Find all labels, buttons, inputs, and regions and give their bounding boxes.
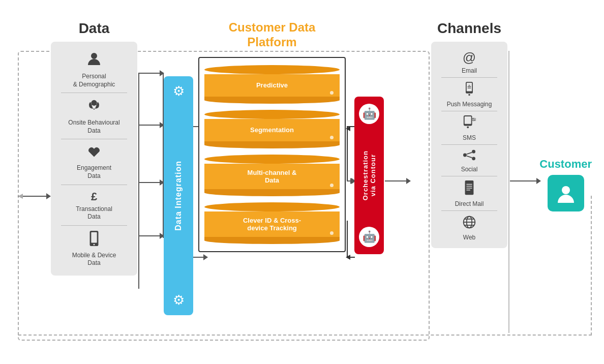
social-icon [462, 149, 476, 164]
directmail-icon [464, 180, 475, 199]
push-label: Push Messaging [447, 101, 492, 108]
svg-rect-10 [468, 85, 470, 85]
arrow-int-cdp-bottom [193, 257, 207, 258]
multichannel-label: Multi-channel &Data [243, 164, 302, 189]
channel-directmail: Direct Mail [436, 176, 502, 210]
arrow-onsite-int [138, 125, 164, 126]
integration-bar: ⚙ Data Integration ⚙ [164, 76, 193, 315]
cylinder-cleverid: Clever ID & Cross-device Tracking [204, 202, 340, 244]
input-arrowhead [18, 194, 23, 199]
back-arrow-multichannel [346, 255, 350, 260]
channels-title: Channels [431, 20, 507, 37]
sms-icon: SMS [463, 115, 476, 133]
back-arrow-predictive [346, 126, 350, 131]
orch-bottom-icon: 🤖 [359, 227, 379, 247]
svg-point-17 [472, 150, 475, 154]
svg-point-0 [91, 53, 97, 59]
web-label: Web [463, 234, 475, 241]
cdp-right-v2 [347, 221, 348, 257]
push-icon [463, 82, 475, 99]
cylinder-multichannel: Multi-channel &Data [204, 155, 340, 196]
gear-bottom-icon: ⚙ [173, 292, 185, 308]
cdp-title: Customer DataPlatform [198, 20, 346, 50]
cylinder-predictive: Predictive [204, 65, 340, 104]
directmail-label: Direct Mail [455, 200, 484, 207]
cleverid-label: Clever ID & Cross-device Tracking [238, 211, 306, 237]
left-connector-v2 [138, 235, 139, 289]
brain-icon [86, 98, 102, 117]
predictive-label: Predictive [251, 76, 293, 94]
data-column: Data Personal& Demographic [51, 20, 137, 276]
channel-push: Push Messaging [436, 78, 502, 111]
email-label: Email [462, 67, 477, 74]
svg-rect-5 [91, 232, 97, 243]
arrow-personal-int [138, 73, 164, 74]
data-box: Personal& Demographic Onsite Behavioural… [51, 42, 137, 276]
svg-rect-11 [468, 86, 471, 87]
integration-label: Data Integration [174, 161, 183, 231]
svg-point-15 [467, 126, 469, 128]
engagement-label: EngagementData [77, 164, 111, 180]
svg-point-32 [562, 186, 570, 194]
mobile-icon [88, 231, 100, 250]
pound-icon: £ [91, 190, 97, 203]
main-diagram: Data Personal& Demographic [0, 0, 604, 364]
svg-line-20 [467, 153, 472, 154]
svg-point-9 [468, 94, 470, 96]
channels-box: @ Email Push Messaging [431, 42, 507, 248]
data-title: Data [51, 20, 137, 37]
svg-point-3 [96, 103, 98, 105]
segmentation-label: Segmentation [245, 121, 299, 139]
arrow-transactional-int [138, 235, 164, 236]
feedback-right-v [591, 196, 592, 336]
cdp-right-v1 [347, 126, 348, 181]
left-connector-v [138, 73, 139, 235]
channels-column: Channels @ Email [431, 20, 507, 248]
data-item-transactional: £ TransactionalData [56, 185, 132, 225]
svg-rect-12 [468, 87, 471, 88]
customer-avatar [548, 175, 584, 211]
orch-top-icon: 🤖 [359, 104, 379, 124]
at-icon: @ [463, 50, 476, 66]
transactional-label: TransactionalData [76, 205, 112, 221]
heart-icon [87, 144, 101, 162]
svg-line-21 [467, 156, 472, 158]
orch-bar: 🤖 Orchestrationvia Contour 🤖 [354, 97, 384, 254]
cdp-section: Customer DataPlatform Predictive [198, 20, 346, 252]
gear-top-icon: ⚙ [173, 83, 185, 99]
channel-social: Social [436, 145, 502, 176]
svg-point-2 [90, 103, 93, 105]
web-icon [462, 215, 476, 232]
svg-rect-22 [465, 180, 474, 195]
svg-point-6 [94, 244, 95, 246]
customer-label: Customer [539, 158, 592, 171]
channel-sms: SMS SMS [436, 111, 502, 144]
customer-section: Customer [539, 158, 592, 211]
cylinder-segmentation: Segmentation [204, 110, 340, 148]
channels-right-v [508, 51, 509, 333]
svg-point-19 [472, 157, 475, 160]
personal-label: Personal& Demographic [73, 73, 115, 88]
social-label: Social [461, 166, 478, 173]
channel-email: @ Email [436, 46, 502, 77]
data-item-onsite: Onsite BehaviouralData [56, 93, 132, 139]
data-item-personal: Personal& Demographic [56, 46, 132, 93]
arrow-engagement-int [138, 182, 164, 183]
data-item-mobile: Mobile & DeviceData [56, 226, 132, 271]
svg-rect-14 [465, 116, 471, 124]
onsite-label: Onsite BehaviouralData [68, 119, 119, 135]
sms-label: SMS [463, 134, 476, 141]
person-icon [86, 51, 102, 71]
arrow-channels-customer [510, 180, 540, 181]
cdp-box: Predictive Segmentation [198, 57, 346, 252]
orch-label: Orchestrationvia Contour [361, 150, 377, 200]
svg-text:SMS: SMS [472, 117, 476, 122]
feedback-bottom-h [18, 335, 592, 336]
arrow-orch-channels [385, 180, 410, 181]
channel-web: Web [436, 211, 502, 244]
data-item-engagement: EngagementData [56, 139, 132, 184]
svg-point-18 [463, 154, 467, 157]
mobile-label: Mobile & DeviceData [72, 252, 116, 267]
